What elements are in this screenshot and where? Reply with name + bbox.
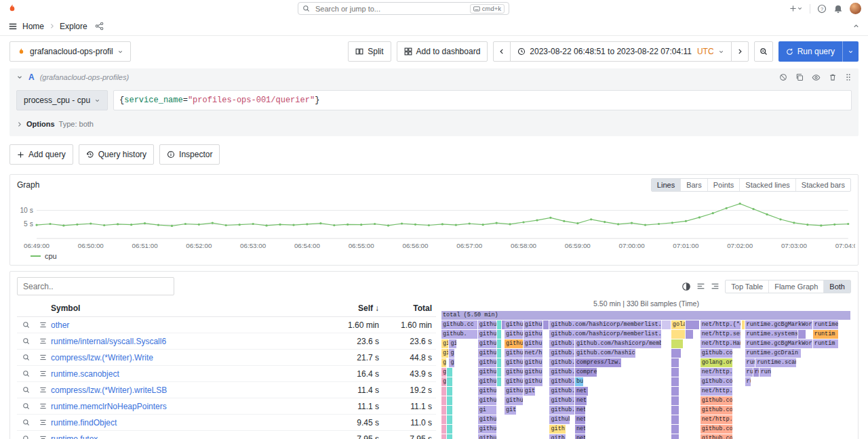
add-to-dashboard-button[interactable]: Add to dashboard	[397, 41, 488, 62]
collapse-query-button[interactable]	[16, 74, 23, 81]
flame-segment[interactable]: golang.org/x	[701, 358, 733, 367]
flame-segment[interactable]: runtime.systemstack (	[745, 330, 799, 339]
flame-segment[interactable]: net.Di	[575, 387, 589, 396]
flame-segment[interactable]: gi	[441, 358, 447, 367]
user-avatar[interactable]	[850, 3, 861, 14]
breadcrumb-home[interactable]: Home	[22, 22, 44, 31]
flame-segment[interactable]	[447, 368, 452, 377]
sandwich-view-button[interactable]	[35, 419, 51, 426]
flame-segment[interactable]: github.com/hashicorp	[575, 349, 637, 358]
datasource-picker[interactable]: grafanacloud-ops-profil	[9, 41, 131, 62]
flame-segment[interactable]	[671, 368, 679, 377]
sandwich-view-button[interactable]	[35, 321, 51, 329]
flame-segment[interactable]: githu	[478, 377, 497, 386]
search-symbol-button[interactable]	[17, 370, 35, 377]
flame-segment[interactable]: run	[753, 368, 760, 377]
flame-segment[interactable]	[671, 349, 682, 358]
column-total[interactable]: Total	[383, 304, 436, 313]
flame-segment[interactable]: runtime.gcBgMarkWorke	[745, 339, 813, 348]
flame-segment[interactable]: net.(	[575, 425, 586, 434]
flame-segment[interactable]: githu	[505, 339, 524, 348]
hide-response-button[interactable]	[812, 73, 821, 82]
flame-segment[interactable]: githu	[478, 425, 497, 434]
align-text-right-button[interactable]	[711, 282, 719, 291]
flame-segment[interactable]	[671, 330, 686, 339]
flame-segment[interactable]	[441, 425, 447, 434]
flame-segment[interactable]: gith	[524, 387, 536, 396]
flame-segment[interactable]: githu	[524, 339, 544, 348]
flame-segment[interactable]: git	[441, 349, 449, 358]
flame-segment[interactable]	[441, 387, 447, 396]
run-query-interval-caret[interactable]	[842, 41, 859, 62]
inspector-button[interactable]: Inspector	[159, 144, 220, 165]
flame-segment[interactable]: gola	[671, 320, 686, 329]
flame-segment[interactable]: githu	[478, 396, 497, 405]
add-query-button[interactable]: Add query	[9, 144, 73, 165]
toggle-option[interactable]: Bars	[681, 179, 708, 191]
flame-segment[interactable]	[447, 387, 452, 396]
disable-query-button[interactable]	[779, 73, 787, 81]
flame-segment[interactable]: githu	[505, 349, 524, 358]
flame-segment[interactable]: net/http.(*c	[701, 320, 741, 329]
flame-segment[interactable]: net/h	[524, 349, 544, 358]
breadcrumb-explore[interactable]: Explore	[60, 22, 87, 31]
flame-segment[interactable]	[671, 358, 679, 367]
graph-legend[interactable]: cpu	[10, 252, 858, 265]
flame-segment[interactable]	[441, 415, 447, 424]
flame-segment[interactable]	[671, 387, 679, 396]
flame-segment[interactable]: net.(*	[575, 396, 587, 405]
flame-segment[interactable]: github.com/hashicorp/memberli	[575, 339, 662, 348]
flame-segment[interactable]: net/http.Han	[701, 368, 733, 377]
flame-segment[interactable]: githu	[478, 339, 497, 348]
flame-segment[interactable]: githu	[505, 368, 524, 377]
column-symbol[interactable]: Symbol	[51, 304, 323, 313]
toggle-option[interactable]: Stacked lines	[740, 179, 795, 191]
time-range-picker[interactable]: 2023-08-22 06:48:51 to 2023-08-22 07:04:…	[510, 41, 731, 62]
flame-segment[interactable]: github.c	[549, 377, 574, 386]
flame-segment[interactable]: githu	[505, 377, 524, 386]
menu-toggle-button[interactable]	[8, 22, 18, 31]
flame-segment[interactable]: github.	[441, 330, 478, 339]
flame-segment[interactable]	[543, 320, 549, 329]
flame-segment[interactable]: bu	[575, 377, 584, 386]
flame-segment[interactable]	[447, 396, 452, 405]
flame-segment[interactable]	[497, 358, 502, 367]
symbol-search-input[interactable]	[17, 277, 174, 295]
flame-segment[interactable]: githu	[478, 320, 497, 329]
flame-segment[interactable]	[671, 425, 679, 434]
flame-segment[interactable]: githu	[524, 377, 544, 386]
flame-segment[interactable]: github.c	[549, 387, 574, 396]
flame-segment[interactable]: github.cc	[549, 339, 574, 348]
symbol-link[interactable]: compress/lzw.(*Writer).writeLSB	[51, 385, 323, 395]
search-symbol-button[interactable]	[17, 386, 35, 394]
label-selector-input[interactable]: {service_name="profiles-ops-001/querier"…	[113, 90, 852, 110]
flame-segment[interactable]: net/http.ser	[701, 330, 741, 339]
flame-segment[interactable]: github.com/hashicorp/memberlist.(	[549, 330, 661, 339]
flame-segment[interactable]	[671, 415, 679, 424]
flame-segment[interactable]	[497, 339, 502, 348]
search-symbol-button[interactable]	[17, 402, 35, 410]
flame-segment[interactable]: git	[449, 339, 456, 348]
flame-segment[interactable]: git	[441, 339, 449, 348]
search-symbol-button[interactable]	[17, 321, 35, 329]
flame-segment[interactable]: github.c	[549, 406, 574, 415]
notifications-button[interactable]	[833, 4, 843, 14]
toggle-option[interactable]: Both	[824, 280, 850, 293]
query-history-button[interactable]: Query history	[79, 144, 154, 165]
series-label[interactable]: cpu	[45, 252, 57, 260]
flame-segment[interactable]: github.c	[549, 396, 574, 405]
zoom-out-time-button[interactable]	[754, 41, 773, 62]
flame-segment[interactable]	[497, 349, 502, 358]
flame-segment[interactable]: net.(	[575, 434, 586, 439]
flame-segment[interactable]: githu	[478, 349, 497, 358]
symbol-link[interactable]: runtime.scanobject	[51, 369, 323, 379]
flame-segment[interactable]: net.(	[575, 415, 586, 424]
flame-segment[interactable]	[447, 415, 452, 424]
run-query-button[interactable]: Run query	[778, 41, 859, 62]
flame-segment[interactable]: runtime.gcDrain (55.5	[745, 349, 802, 358]
flame-segment[interactable]: net/http.Han	[701, 339, 741, 348]
split-button[interactable]: Split	[348, 41, 391, 62]
flame-segment[interactable]: runtim	[813, 330, 840, 339]
flame-segment[interactable]: gith	[549, 425, 566, 434]
flame-segment[interactable]: githu	[524, 368, 544, 377]
